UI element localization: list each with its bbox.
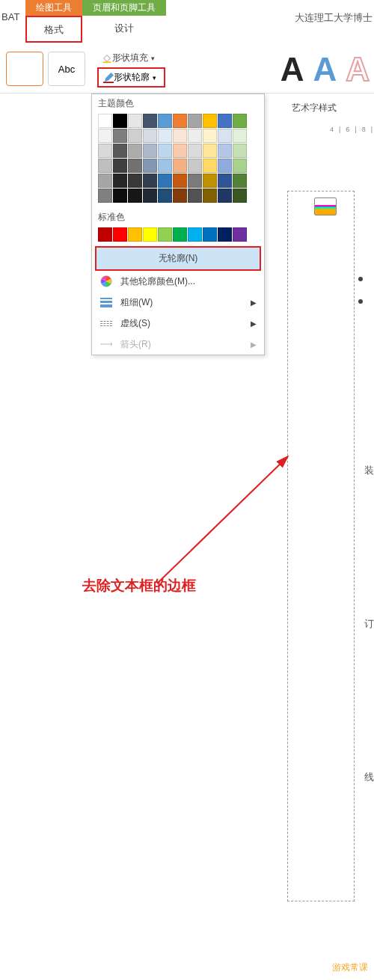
color-swatch[interactable] — [113, 129, 127, 143]
pencil-icon — [103, 73, 114, 83]
color-swatch[interactable] — [218, 129, 232, 143]
dashes-label: 虚线(S) — [120, 317, 150, 330]
color-swatch[interactable] — [113, 174, 127, 188]
tab-format[interactable]: 格式 — [25, 16, 82, 43]
color-swatch[interactable] — [158, 174, 172, 188]
color-swatch[interactable] — [173, 114, 187, 128]
color-swatch[interactable] — [203, 174, 217, 188]
shape-style-tile-2[interactable]: Abc — [48, 52, 85, 86]
theme-color-grid — [92, 111, 264, 208]
color-swatch[interactable] — [128, 174, 142, 188]
color-swatch[interactable] — [98, 227, 112, 242]
color-swatch[interactable] — [143, 144, 157, 158]
paint-bucket-icon — [102, 53, 112, 64]
color-swatch[interactable] — [158, 227, 172, 242]
shape-outline-button[interactable]: 形状轮廓 ▾ — [97, 67, 165, 88]
color-swatch[interactable] — [218, 159, 232, 173]
color-swatch[interactable] — [98, 159, 112, 173]
color-swatch[interactable] — [233, 174, 247, 188]
color-swatch[interactable] — [218, 174, 232, 188]
color-swatch[interactable] — [218, 227, 232, 242]
wordart-section-label: 艺术字样式 — [292, 102, 337, 114]
shape-fill-button[interactable]: 形状填充 ▾ — [97, 50, 165, 66]
color-swatch[interactable] — [203, 114, 217, 128]
color-swatch[interactable] — [143, 159, 157, 173]
color-swatch[interactable] — [98, 114, 112, 128]
color-swatch[interactable] — [218, 114, 232, 128]
color-swatch[interactable] — [128, 159, 142, 173]
color-swatch[interactable] — [113, 159, 127, 173]
color-swatch[interactable] — [188, 114, 202, 128]
color-swatch[interactable] — [98, 174, 112, 188]
color-swatch[interactable] — [173, 189, 187, 203]
no-outline-item[interactable]: 无轮廓(N) — [95, 246, 261, 271]
watermark: 游戏常课 — [332, 961, 368, 974]
color-swatch[interactable] — [173, 159, 187, 173]
color-swatch[interactable] — [128, 227, 142, 242]
color-swatch[interactable] — [173, 227, 187, 242]
color-swatch[interactable] — [203, 189, 217, 203]
color-swatch[interactable] — [128, 114, 142, 128]
color-swatch[interactable] — [158, 114, 172, 128]
wordart-gallery[interactable]: A A A — [276, 45, 374, 94]
shape-style-tile-1[interactable] — [6, 52, 43, 86]
color-swatch[interactable] — [128, 144, 142, 158]
color-swatch[interactable] — [98, 144, 112, 158]
standard-color-row — [92, 225, 264, 246]
color-swatch[interactable] — [113, 114, 127, 128]
ruler: 4 | 6 | 8 | — [328, 126, 374, 133]
color-swatch[interactable] — [128, 129, 142, 143]
color-swatch[interactable] — [233, 129, 247, 143]
color-swatch[interactable] — [173, 144, 187, 158]
vertical-text-1: 装 — [364, 464, 374, 477]
color-swatch[interactable] — [113, 227, 127, 242]
wordart-style-1[interactable]: A — [280, 51, 304, 88]
color-swatch[interactable] — [143, 129, 157, 143]
chevron-right-icon: ▶ — [251, 340, 257, 349]
color-swatch[interactable] — [158, 144, 172, 158]
color-swatch[interactable] — [98, 189, 112, 203]
color-swatch[interactable] — [158, 159, 172, 173]
color-swatch[interactable] — [203, 227, 217, 242]
color-swatch[interactable] — [203, 129, 217, 143]
color-swatch[interactable] — [218, 144, 232, 158]
color-swatch[interactable] — [188, 174, 202, 188]
wordart-style-3[interactable]: A — [346, 51, 370, 88]
color-swatch[interactable] — [173, 174, 187, 188]
color-swatch[interactable] — [233, 189, 247, 203]
color-swatch[interactable] — [113, 189, 127, 203]
color-swatch[interactable] — [143, 227, 157, 242]
color-swatch[interactable] — [158, 189, 172, 203]
color-swatch[interactable] — [188, 144, 202, 158]
color-swatch[interactable] — [203, 144, 217, 158]
shape-style-gallery[interactable]: Abc — [0, 52, 91, 86]
color-swatch[interactable] — [188, 227, 202, 242]
document-canvas[interactable]: 装 订 线 — [269, 180, 367, 913]
color-wheel-icon — [99, 275, 113, 288]
color-swatch[interactable] — [143, 114, 157, 128]
more-outline-colors-item[interactable]: 其他轮廓颜色(M)... — [92, 271, 264, 292]
color-swatch[interactable] — [173, 129, 187, 143]
tab-bat[interactable]: BAT — [0, 0, 25, 22]
color-swatch[interactable] — [158, 129, 172, 143]
textbox-selection-border[interactable] — [287, 191, 355, 901]
color-swatch[interactable] — [143, 174, 157, 188]
color-swatch[interactable] — [188, 159, 202, 173]
wordart-style-2[interactable]: A — [313, 51, 337, 88]
color-swatch[interactable] — [188, 189, 202, 203]
color-swatch[interactable] — [233, 144, 247, 158]
color-swatch[interactable] — [233, 114, 247, 128]
arrows-label: 箭头(R) — [120, 338, 151, 351]
color-swatch[interactable] — [98, 129, 112, 143]
color-swatch[interactable] — [233, 159, 247, 173]
tab-design[interactable]: 设计 — [82, 16, 166, 40]
color-swatch[interactable] — [218, 189, 232, 203]
weight-item[interactable]: 粗细(W) ▶ — [92, 292, 264, 313]
dashes-item[interactable]: 虚线(S) ▶ — [92, 313, 264, 334]
color-swatch[interactable] — [113, 144, 127, 158]
color-swatch[interactable] — [203, 159, 217, 173]
color-swatch[interactable] — [188, 129, 202, 143]
color-swatch[interactable] — [143, 189, 157, 203]
color-swatch[interactable] — [233, 227, 247, 242]
color-swatch[interactable] — [128, 189, 142, 203]
